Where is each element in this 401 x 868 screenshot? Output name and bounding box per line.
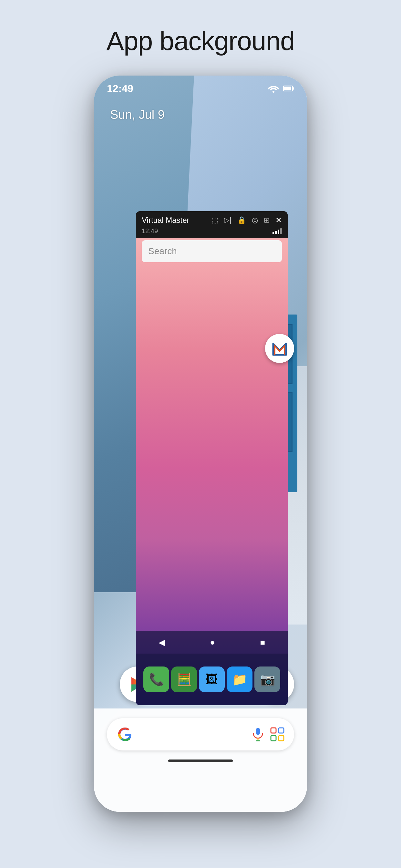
vm-lock-icon[interactable]: 🔒 (237, 216, 246, 224)
dock-calculator-icon[interactable]: 🧮 (171, 666, 197, 692)
status-icons (268, 84, 294, 93)
app-dock: 📞 🧮 🖼 📁 📷 (136, 654, 288, 705)
status-bar: 12:49 (94, 75, 307, 101)
status-time: 12:49 (107, 83, 133, 95)
google-mic-icon[interactable] (250, 726, 266, 742)
vm-icons: ⬚ ▷| 🔒 ◎ ⊞ ✕ (212, 216, 282, 225)
dock-phone-icon[interactable]: 📞 (143, 666, 169, 692)
google-search-bar[interactable] (107, 718, 294, 750)
svg-point-0 (273, 91, 274, 93)
google-lens-icon[interactable] (270, 726, 285, 742)
vm-grid-icon[interactable]: ⊞ (264, 216, 270, 224)
app-search-bar[interactable]: Search (142, 240, 282, 262)
vm-close-icon[interactable]: ✕ (275, 216, 282, 225)
svg-rect-15 (279, 728, 284, 733)
svg-rect-16 (271, 736, 276, 741)
page-title: App background (106, 26, 295, 56)
vm-signal-icon (273, 228, 282, 234)
svg-rect-14 (271, 728, 276, 733)
wifi-icon (268, 84, 279, 93)
dock-gallery-icon[interactable]: 🖼 (199, 666, 225, 692)
svg-rect-11 (256, 728, 260, 735)
home-indicator (168, 760, 233, 762)
battery-icon (283, 85, 294, 92)
master-app-icon (270, 339, 289, 358)
app-search-placeholder: Search (148, 246, 177, 256)
master-fab[interactable] (265, 334, 294, 363)
dock-files-icon[interactable]: 📁 (227, 666, 252, 692)
google-g-logo (117, 726, 133, 742)
svg-rect-2 (284, 87, 291, 90)
nav-back-button[interactable]: ◀ (158, 638, 165, 647)
vm-status-time: 12:49 (142, 227, 158, 235)
virtual-master-toolbar[interactable]: Virtual Master ⬚ ▷| 🔒 ◎ ⊞ ✕ 12:49 (136, 211, 288, 238)
date-display: Sun, Jul 9 (110, 108, 165, 122)
vm-resize-icon[interactable]: ⬚ (212, 216, 218, 224)
svg-rect-3 (292, 87, 294, 90)
nav-recents-button[interactable]: ■ (260, 638, 266, 647)
vm-forward-icon[interactable]: ▷| (224, 216, 232, 224)
vm-circle-icon[interactable]: ◎ (252, 216, 258, 224)
app-window: Search ◀ ● ■ 📞 🧮 🖼 📁 📷 (136, 230, 288, 705)
phone-bottom-bar (94, 709, 307, 812)
phone-frame: 12:49 Sun, Jul 9 Virtual Master ⬚ (94, 75, 307, 812)
app-nav-bar: ◀ ● ■ (136, 631, 288, 654)
vm-title: Virtual Master (142, 216, 189, 225)
nav-home-button[interactable]: ● (210, 638, 215, 647)
dock-camera-icon[interactable]: 📷 (254, 666, 280, 692)
svg-rect-17 (279, 736, 284, 741)
